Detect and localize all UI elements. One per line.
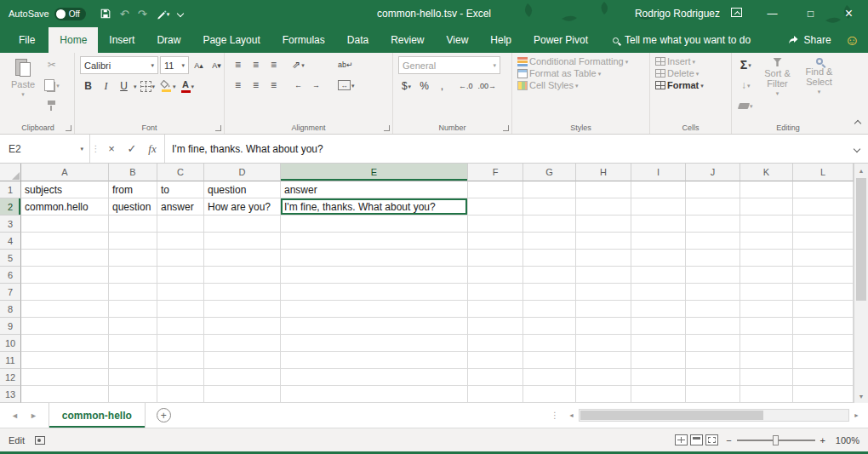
cell-L13[interactable] bbox=[793, 386, 854, 403]
conditional-formatting-button[interactable]: Conditional Formatting ▾ bbox=[517, 56, 628, 66]
cell-H13[interactable] bbox=[576, 386, 631, 403]
row-header-8[interactable]: 8 bbox=[0, 301, 21, 318]
share-button[interactable]: Share bbox=[788, 34, 831, 46]
copy-button[interactable]: ▾ bbox=[43, 77, 61, 94]
font-name-combo[interactable]: Calibri▾ bbox=[80, 56, 158, 74]
row-header-4[interactable]: 4 bbox=[0, 233, 21, 250]
cell-D4[interactable] bbox=[204, 233, 281, 250]
column-header-f[interactable]: F bbox=[468, 164, 523, 181]
cell-E2[interactable]: I'm fine, thanks. What about you? bbox=[281, 198, 468, 216]
cell-J10[interactable] bbox=[686, 335, 740, 352]
cell-D6[interactable] bbox=[204, 267, 281, 284]
page-break-view-button[interactable] bbox=[705, 434, 718, 445]
cell-A5[interactable] bbox=[21, 250, 109, 267]
decrease-indent-button[interactable]: ← bbox=[290, 77, 306, 94]
cell-H5[interactable] bbox=[576, 250, 631, 267]
cell-F9[interactable] bbox=[468, 318, 523, 335]
cell-B12[interactable] bbox=[109, 369, 157, 386]
maximize-button[interactable]: □ bbox=[791, 0, 830, 27]
cell-K1[interactable] bbox=[740, 181, 793, 198]
cell-K6[interactable] bbox=[740, 267, 793, 284]
delete-cells-button[interactable]: Delete ▾ bbox=[655, 68, 704, 78]
normal-view-button[interactable] bbox=[675, 434, 688, 445]
cell-B11[interactable] bbox=[109, 352, 157, 369]
cell-G8[interactable] bbox=[523, 301, 576, 318]
tell-me-box[interactable]: Tell me what you want to do bbox=[613, 27, 751, 53]
tab-review[interactable]: Review bbox=[380, 27, 435, 53]
cell-D7[interactable] bbox=[204, 284, 281, 301]
percent-style-button[interactable]: % bbox=[416, 78, 432, 95]
cell-G6[interactable] bbox=[523, 267, 576, 284]
insert-function-button[interactable]: fx bbox=[142, 135, 163, 163]
cell-G4[interactable] bbox=[523, 233, 576, 250]
cell-H6[interactable] bbox=[576, 267, 631, 284]
row-header-2[interactable]: 2 bbox=[0, 198, 21, 216]
cell-F2[interactable] bbox=[468, 198, 523, 216]
sort-filter-button[interactable]: Sort & Filter ▾ bbox=[758, 56, 797, 98]
horizontal-scrollbar[interactable]: ◄ ► bbox=[565, 409, 863, 422]
cell-E5[interactable] bbox=[281, 250, 468, 267]
cell-F10[interactable] bbox=[468, 335, 523, 352]
zoom-slider[interactable] bbox=[737, 434, 815, 446]
zoom-in-button[interactable]: + bbox=[820, 435, 825, 445]
cell-L2[interactable] bbox=[793, 198, 854, 216]
cell-I2[interactable] bbox=[631, 198, 686, 216]
tab-view[interactable]: View bbox=[436, 27, 480, 53]
cell-F1[interactable] bbox=[468, 181, 523, 198]
tab-draw[interactable]: Draw bbox=[146, 27, 191, 53]
cell-K9[interactable] bbox=[740, 318, 793, 335]
merge-center-button[interactable]: ↔▾ bbox=[336, 77, 357, 94]
cell-L4[interactable] bbox=[793, 233, 854, 250]
cell-B1[interactable]: from bbox=[109, 181, 157, 198]
cell-H7[interactable] bbox=[576, 284, 631, 301]
comma-style-button[interactable]: , bbox=[434, 78, 450, 95]
row-header-10[interactable]: 10 bbox=[0, 335, 21, 352]
tab-insert[interactable]: Insert bbox=[98, 27, 146, 53]
cell-F12[interactable] bbox=[468, 369, 523, 386]
number-format-combo[interactable]: General▾ bbox=[398, 56, 500, 74]
new-sheet-button[interactable]: + bbox=[157, 408, 171, 422]
increase-indent-button[interactable]: → bbox=[308, 77, 324, 94]
increase-font-size-button[interactable]: A▴ bbox=[191, 57, 207, 74]
underline-button[interactable]: U bbox=[116, 78, 132, 95]
cell-J9[interactable] bbox=[686, 318, 740, 335]
cell-I1[interactable] bbox=[631, 181, 686, 198]
undo-button[interactable]: ↶ bbox=[120, 8, 129, 20]
cell-A2[interactable]: common.hello bbox=[21, 198, 109, 216]
format-cells-button[interactable]: Format ▾ bbox=[655, 80, 704, 90]
format-as-table-button[interactable]: Format as Table ▾ bbox=[517, 68, 628, 78]
cell-B9[interactable] bbox=[109, 318, 157, 335]
horizontal-scroll-track[interactable] bbox=[579, 409, 849, 422]
orientation-button[interactable]: ⇗▾ bbox=[290, 56, 306, 73]
cell-E13[interactable] bbox=[281, 386, 468, 403]
page-layout-view-button[interactable] bbox=[690, 434, 703, 445]
ribbon-collapse-button[interactable] bbox=[855, 117, 860, 129]
cell-B8[interactable] bbox=[109, 301, 157, 318]
decrease-decimal-button[interactable]: .00→ bbox=[477, 78, 499, 95]
column-header-d[interactable]: D bbox=[204, 164, 281, 181]
scroll-up-button[interactable]: ▲ bbox=[854, 164, 868, 177]
cell-G3[interactable] bbox=[523, 216, 576, 233]
column-header-k[interactable]: K bbox=[740, 164, 793, 181]
cell-A7[interactable] bbox=[21, 284, 109, 301]
fill-color-button[interactable]: ▾ bbox=[158, 78, 178, 95]
clear-button[interactable]: ▾ bbox=[737, 97, 755, 114]
cell-A6[interactable] bbox=[21, 267, 109, 284]
cell-C8[interactable] bbox=[157, 301, 204, 318]
cell-J3[interactable] bbox=[686, 216, 740, 233]
align-left-button[interactable]: ≡ bbox=[230, 77, 246, 94]
cell-J7[interactable] bbox=[686, 284, 740, 301]
cell-I6[interactable] bbox=[631, 267, 686, 284]
align-bottom-button[interactable]: ≡ bbox=[266, 56, 282, 73]
underline-dropdown-icon[interactable]: ▾ bbox=[134, 83, 137, 89]
cell-G5[interactable] bbox=[523, 250, 576, 267]
cell-J6[interactable] bbox=[686, 267, 740, 284]
cell-J8[interactable] bbox=[686, 301, 740, 318]
cell-C7[interactable] bbox=[157, 284, 204, 301]
row-header-7[interactable]: 7 bbox=[0, 284, 21, 301]
cell-K10[interactable] bbox=[740, 335, 793, 352]
cell-J1[interactable] bbox=[686, 181, 740, 198]
cell-D9[interactable] bbox=[204, 318, 281, 335]
redo-button[interactable]: ↷ bbox=[138, 8, 147, 20]
cell-B3[interactable] bbox=[109, 216, 157, 233]
